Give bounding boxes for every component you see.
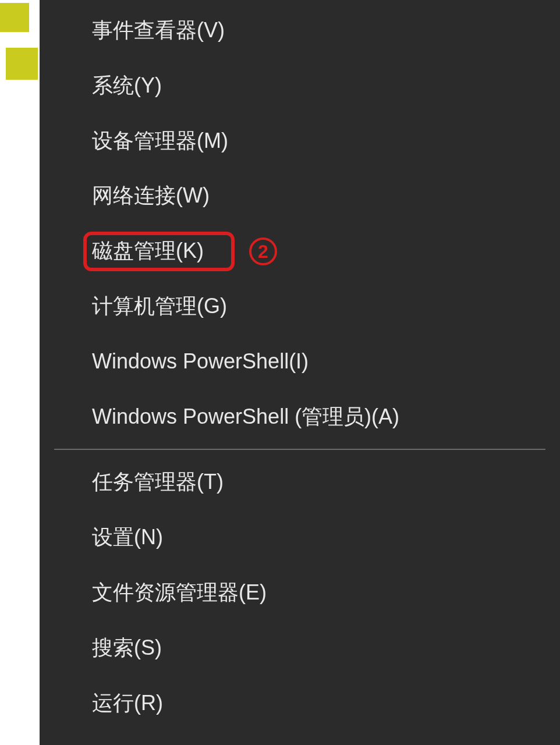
annotation-number: 2 [258,242,268,261]
menu-item-powershell-admin[interactable]: Windows PowerShell (管理员)(A) [40,389,560,445]
menu-item-label: 设备管理器(M) [92,129,228,152]
menu-item-settings[interactable]: 设置(N) [40,510,560,565]
menu-item-powershell[interactable]: Windows PowerShell(I) [40,334,560,389]
menu-item-run[interactable]: 运行(R) [40,676,560,731]
winx-context-menu: 事件查看器(V) 系统(Y) 设备管理器(M) 网络连接(W) 磁盘管理(K) … [40,0,560,745]
menu-item-label: 设置(N) [92,525,163,549]
menu-item-label: 系统(Y) [92,73,162,97]
menu-item-label: 任务管理器(T) [92,470,224,494]
menu-item-label: Windows PowerShell (管理员)(A) [92,405,399,428]
menu-item-label: 事件查看器(V) [92,18,225,42]
menu-item-label: 网络连接(W) [92,183,210,207]
menu-item-device-manager[interactable]: 设备管理器(M) [40,113,560,169]
menu-item-label: 运行(R) [92,691,163,715]
menu-item-label: 搜索(S) [92,636,162,659]
annotation-step-badge: 2 [249,237,277,265]
menu-item-network-connections[interactable]: 网络连接(W) [40,168,560,224]
menu-item-label: Windows PowerShell(I) [92,349,309,373]
menu-separator [54,449,545,450]
menu-item-search[interactable]: 搜索(S) [40,620,560,676]
menu-item-computer-management[interactable]: 计算机管理(G) [40,279,560,334]
menu-item-event-viewer[interactable]: 事件查看器(V) [40,3,560,58]
menu-item-disk-management[interactable]: 磁盘管理(K) 2 [40,224,560,279]
menu-item-system[interactable]: 系统(Y) [40,58,560,113]
desktop-icon-fragment-1 [0,3,29,32]
menu-item-label: 文件资源管理器(E) [92,580,267,604]
desktop-strip [0,0,40,745]
menu-item-task-manager[interactable]: 任务管理器(T) [40,455,560,510]
menu-item-label: 磁盘管理(K) [92,239,204,262]
desktop-icon-fragment-2 [6,48,38,80]
menu-item-label: 计算机管理(G) [92,294,227,318]
menu-item-file-explorer[interactable]: 文件资源管理器(E) [40,565,560,620]
